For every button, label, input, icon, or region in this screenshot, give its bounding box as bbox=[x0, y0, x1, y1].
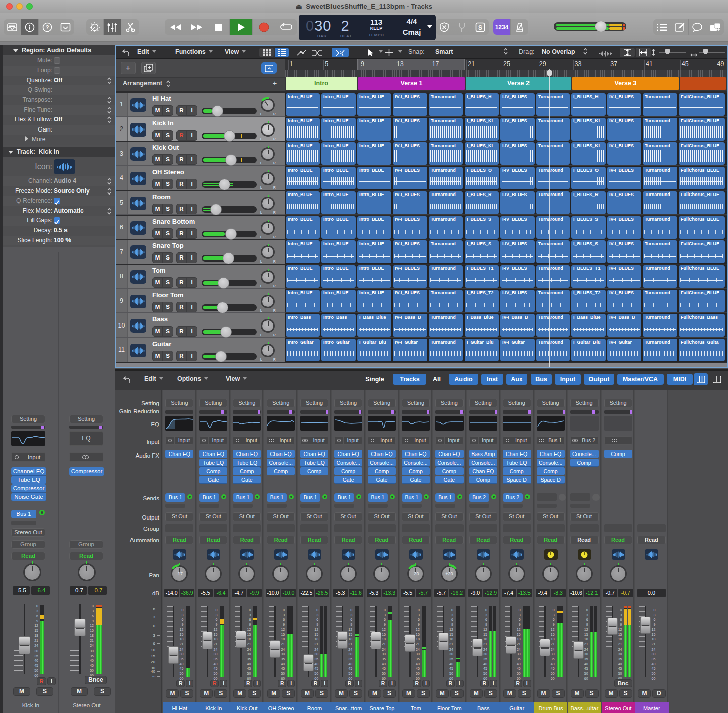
svg-text:?: ? bbox=[46, 24, 49, 30]
svg-text:S: S bbox=[478, 24, 482, 31]
